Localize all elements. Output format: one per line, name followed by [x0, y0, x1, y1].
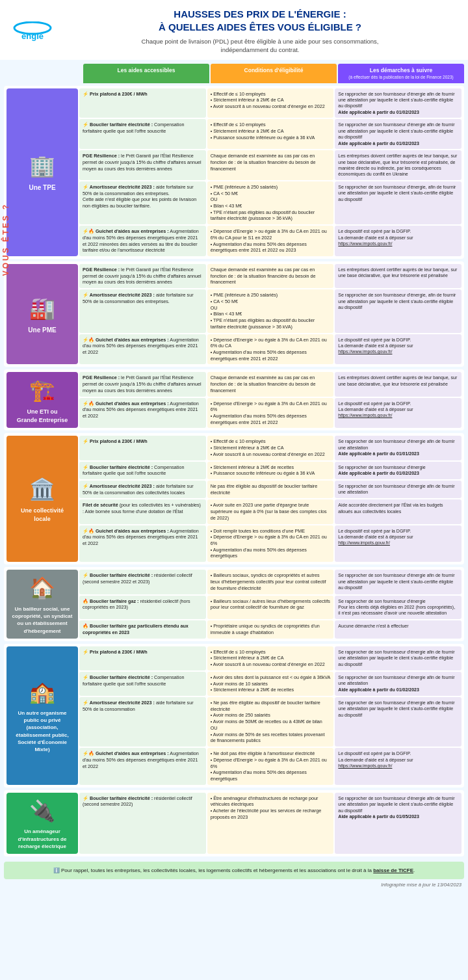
coll-action-2: Se rapprocher de son fournisseur d'énerg… [335, 462, 462, 479]
amen-cond-1: • Être aménageur d'infrastructures de re… [207, 793, 334, 854]
entity-amenageur: 🔌 Un aménageur d'infrastructures de rech… [6, 793, 78, 854]
bail-aid-3: 🔥 Bouclier tarifaire gaz particuliers ét… [79, 620, 206, 639]
title-line2: À QUELLES AIDES ÊTES VOUS ÉLIGIBLE ? [159, 21, 361, 33]
entity-bailleur: 🏠 Un bailleur social, une copropriété, u… [6, 570, 78, 639]
section-amenageur: 🔌 Un aménageur d'infrastructures de rech… [4, 790, 464, 856]
tpe-cond-2: • Effectif de ≤ 10 employés• Strictement… [207, 119, 334, 149]
bail-action-1: Se rapprocher de son fournisseur d'énerg… [335, 570, 462, 594]
coll-aid-1: ⚡ Prix plafond à 230€ / MWh [79, 436, 206, 460]
eti-aid-1: PGE Résilience : le Prêt Garanti par l'É… [79, 372, 206, 396]
tpe-aid-4: ⚡ Amortisseur électricité 2023 : aide fo… [79, 181, 206, 224]
vous-etes-label: VOUS ÊTES ? [1, 203, 10, 276]
org-cond-2: • Avoir des sites dont la puissance est … [207, 672, 334, 696]
bail-cond-2: • Bailleurs sociaux / autres lieux d'héb… [207, 596, 334, 620]
tpe-action-3: Les entreprises doivent certifier auprès… [335, 150, 462, 180]
org-action-3: Se rapprocher de son fournisseur d'énerg… [335, 697, 462, 747]
bailleur-icon: 🏠 [29, 574, 55, 603]
tpe-aid-1: ⚡ Prix plafond à 230€ / MWh [79, 88, 206, 118]
coll-cond-5: • Doit remplir toutes les conditions d'u… [207, 525, 334, 563]
entity-eti: 🏗️ Une ETI ouGrande Entreprise [6, 372, 78, 428]
coll-cond-4: • Avoir suite en 2023 une partie d'éparg… [207, 499, 334, 523]
col-actions-sublabel: (à effectuer dès la publication de la lo… [348, 75, 453, 79]
collectivite-label: Une collectivitélocale [21, 507, 64, 523]
org-aid-4: ⚡🔥 Guichet d'aides aux entreprises : Aug… [79, 748, 206, 785]
org-aid-1: ⚡ Prix plafond à 230€ / MWh [79, 646, 206, 670]
tpe-aid-5: ⚡🔥 Guichet d'aides aux entreprises : Aug… [79, 226, 206, 256]
pme-action-2: Se rapprocher de son fournisseur d'énerg… [335, 289, 462, 332]
org-aid-2: ⚡ Bouclier tarifaire électricité : Compe… [79, 672, 206, 696]
section-collectivite: 🏛️ Une collectivitélocale ⚡ Prix plafond… [4, 433, 464, 564]
section-organisme: 🏫 Un autre organisme public ou privé (as… [4, 644, 464, 788]
coll-action-4: Aide accordée directement par l'État via… [335, 499, 462, 523]
tpe-cond-1: • Effectif de ≤ 10 employés• Strictement… [207, 88, 334, 118]
footer-icon: ℹ️ [53, 867, 60, 873]
tpe-aid-3: PGE Résilience : le Prêt Garanti par l'É… [79, 150, 206, 180]
section-eti: 🏗️ Une ETI ouGrande Entreprise PGE Résil… [4, 369, 464, 430]
coll-aid-3: ⚡ Amortisseur électricité 2023 : aide fo… [79, 481, 206, 498]
coll-aid-5: ⚡🔥 Guichet d'aides aux entreprises : Aug… [79, 525, 206, 563]
col-conditions-header: Conditions d'éligibilité [211, 64, 337, 83]
entity-pme: 🏭 Une PME [6, 264, 78, 364]
bail-cond-3: • Propriétaire unique ou syndics de copr… [207, 620, 334, 639]
coll-cond-2: • Strictement inférieur à 2M€ de recette… [207, 462, 334, 479]
org-aid-3: ⚡ Amortisseur électricité 2023 : aide fo… [79, 697, 206, 747]
pme-cond-3: • Dépense d'Energie > ou égale à 3% du C… [207, 334, 334, 365]
entity-organisme: 🏫 Un autre organisme public ou privé (as… [6, 646, 78, 785]
col-aids-header: Les aides accessibles [83, 64, 209, 83]
header: engie HAUSSES DES PRIX DE L'ÉNERGIE : À … [0, 0, 468, 60]
eti-aid-2: ⚡🔥 Guichet d'aides aux entreprises : Aug… [79, 398, 206, 429]
pme-aid-2: ⚡ Amortisseur électricité 2023 : aide fo… [79, 289, 206, 332]
tpe-action-1: Se rapprocher de son fournisseur d'énerg… [335, 88, 462, 118]
footer-text: Pour rappel, toutes les entreprises, les… [61, 867, 415, 873]
eti-action-2: Le dispositif est opéré par la DGFIP.La … [335, 398, 462, 429]
pme-action-1: Les entreprises doivent certifier auprès… [335, 264, 462, 288]
section-tpe: 🏢 Une TPE ⚡ Prix plafond à 230€ / MWh • … [4, 86, 464, 259]
eti-cond-1: Chaque demande est examinée au cas par c… [207, 372, 334, 396]
bail-aid-1: ⚡ Bouclier tarifaire électricité : résid… [79, 570, 206, 594]
tpe-action-4: Se rapprocher de son fournisseur d'énerg… [335, 181, 462, 224]
eti-cond-2: • Dépense d'Energie > ou égale à 3% du C… [207, 398, 334, 429]
bailleur-label: Un bailleur social, une copropriété, un … [10, 605, 74, 635]
amenageur-icon: 🔌 [29, 797, 55, 826]
org-action-2: Se rapprocher de son fournisseur d'énerg… [335, 672, 462, 696]
pme-cond-1: Chaque demande est examinée au cas par c… [207, 264, 334, 288]
pme-aid-3: ⚡🔥 Guichet d'aides aux entreprises : Aug… [79, 334, 206, 365]
organisme-icon: 🏫 [29, 678, 55, 707]
coll-action-5: Le dispositif est opéré par la DGFIP.La … [335, 525, 462, 563]
coll-cond-1: • Effectif de ≤ 10 employés• Strictement… [207, 436, 334, 460]
pme-aid-1: PGE Résilience : le Prêt Garanti par l'É… [79, 264, 206, 288]
col-empty [4, 64, 82, 83]
col-actions-label: Les démarches à suivre [370, 67, 432, 73]
collectivite-icon: 🏛️ [29, 475, 55, 504]
tpe-cond-5: • Dépense d'Energie > ou égale à 3% du C… [207, 226, 334, 256]
org-cond-4: • Ne doit pas être éligible à l'amortiss… [207, 748, 334, 785]
title-block: HAUSSES DES PRIX DE L'ÉNERGIE : À QUELLE… [65, 8, 455, 55]
engie-logo: engie [13, 21, 52, 41]
amen-aid-1: ⚡ Bouclier tarifaire électricité : résid… [79, 793, 206, 854]
svg-text:engie: engie [21, 31, 44, 41]
org-cond-1: • Effectif de ≤ 10 employés• Strictement… [207, 646, 334, 670]
tpe-cond-3: Chaque demande est examinée au cas par c… [207, 150, 334, 180]
section-pme: 🏭 Une PME PGE Résilience : le Prêt Garan… [4, 261, 464, 367]
tpe-label: Une TPE [29, 183, 55, 192]
subtitle: Chaque point de livraison (PDL) peut êtr… [65, 37, 455, 55]
pme-icon: 🏭 [29, 294, 55, 323]
tpe-icon: 🏢 [29, 152, 55, 181]
coll-action-1: Se rapprocher de son fournisseur d'énerg… [335, 436, 462, 460]
org-cond-3: • Ne pas être éligible au dispositif de … [207, 697, 334, 747]
entity-tpe: 🏢 Une TPE [6, 88, 78, 256]
col-actions-header: Les démarches à suivre (à effectuer dès … [338, 64, 464, 83]
main-title: HAUSSES DES PRIX DE L'ÉNERGIE : À QUELLE… [65, 8, 455, 33]
coll-cond-3: Ne pas être éligible au dispositif de bo… [207, 481, 334, 498]
org-action-1: Se rapprocher de son fournisseur d'énerg… [335, 646, 462, 670]
pme-action-3: Le dispositif est opéré par la DGFIP.La … [335, 334, 462, 365]
bail-action-3: Aucune démarche n'est à effectuer [335, 620, 462, 639]
tpe-cond-4: • PME (inférieure à 250 salariés)• CA < … [207, 181, 334, 224]
org-action-4: Le dispositif est opéré par la DGFIP.La … [335, 748, 462, 785]
update-note: Infographie mise à jour le 13/04/2023 [6, 882, 462, 888]
pme-label: Une PME [28, 326, 56, 335]
tpe-action-5: Le dispositif est opéré par la DGFIP.La … [335, 226, 462, 256]
amenageur-label: Un aménageur d'infrastructures de rechar… [10, 828, 74, 850]
page-wrapper: engie HAUSSES DES PRIX DE L'ÉNERGIE : À … [0, 0, 468, 888]
footer-bar: ℹ️ Pour rappel, toutes les entreprises, … [4, 862, 464, 879]
